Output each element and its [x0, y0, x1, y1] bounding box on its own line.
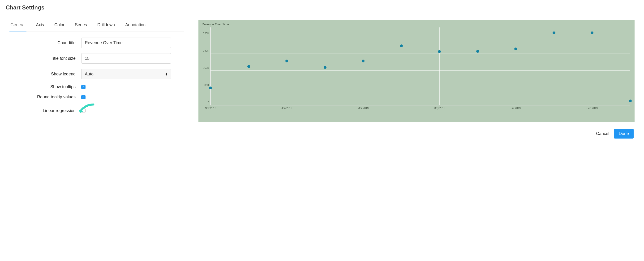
title-font-size-input[interactable]	[81, 53, 171, 64]
x-tick-label: Mar 2019	[358, 105, 368, 109]
data-point	[552, 32, 556, 34]
x-tick-label: Sep 2019	[586, 105, 598, 109]
tab-drilldown[interactable]: Drilldown	[96, 20, 116, 31]
data-point	[629, 100, 632, 102]
data-point	[362, 60, 364, 62]
gridline-h	[210, 36, 630, 36]
data-point	[514, 48, 517, 50]
tab-series[interactable]: Series	[74, 20, 88, 31]
data-point	[247, 65, 250, 68]
data-point	[324, 66, 326, 69]
x-tick-label: Jan 2019	[281, 105, 292, 109]
gridline-v	[363, 28, 363, 105]
gridline-h	[210, 105, 630, 105]
show-legend-select[interactable]	[81, 69, 171, 79]
dialog-footer: Cancel Done	[0, 126, 644, 146]
show-legend-label: Show legend	[10, 72, 76, 77]
gridline-v	[210, 28, 211, 105]
data-point	[400, 45, 403, 47]
data-point	[209, 87, 212, 89]
linear-regression-checkbox[interactable]	[81, 109, 86, 113]
gridline-v	[440, 28, 440, 105]
chart-preview: Revenue Over Time 080K160K240K320KNov 20…	[198, 20, 634, 122]
done-button[interactable]: Done	[614, 129, 634, 139]
settings-form: GeneralAxisColorSeriesDrilldownAnnotatio…	[10, 20, 184, 122]
linear-regression-label: Linear regression	[10, 108, 76, 113]
annotation-arrow-icon	[77, 103, 96, 115]
tab-general[interactable]: General	[10, 20, 26, 32]
gridline-h	[210, 53, 630, 54]
page-title: Chart Settings	[0, 0, 644, 15]
show-tooltips-checkbox[interactable]: ✓	[81, 85, 86, 89]
round-tooltip-values-label: Round tooltip values	[10, 95, 76, 100]
tabs: GeneralAxisColorSeriesDrilldownAnnotatio…	[10, 20, 184, 32]
chart-title-label: Chart title	[10, 41, 76, 45]
show-tooltips-label: Show tooltips	[10, 84, 76, 89]
title-font-size-label: Title font size	[10, 56, 76, 61]
tab-annotation[interactable]: Annotation	[124, 20, 146, 31]
tab-axis[interactable]: Axis	[35, 20, 45, 31]
data-point	[438, 50, 441, 53]
x-tick-label: May 2019	[434, 105, 445, 109]
y-tick-label: 0	[208, 101, 210, 104]
chart-title-text: Revenue Over Time	[202, 23, 631, 26]
cancel-button[interactable]: Cancel	[596, 131, 609, 136]
chart-title-input[interactable]	[81, 38, 171, 48]
data-point	[590, 32, 594, 34]
tab-color[interactable]: Color	[54, 20, 66, 31]
data-point	[476, 50, 479, 53]
y-tick-label: 160K	[203, 66, 210, 69]
y-tick-label: 320K	[203, 32, 210, 35]
data-point	[286, 60, 288, 62]
x-tick-label: Jul 2019	[511, 105, 521, 109]
gridline-v	[287, 28, 287, 105]
x-tick-label: Nov 2018	[205, 105, 216, 109]
gridline-v	[592, 28, 592, 105]
round-tooltip-values-checkbox[interactable]: ✓	[81, 95, 86, 99]
y-tick-label: 240K	[203, 49, 210, 52]
y-tick-label: 80K	[204, 84, 210, 87]
gridline-v	[516, 28, 516, 105]
chart-plot-area: 080K160K240K320KNov 2018Jan 2019Mar 2019…	[210, 28, 630, 105]
